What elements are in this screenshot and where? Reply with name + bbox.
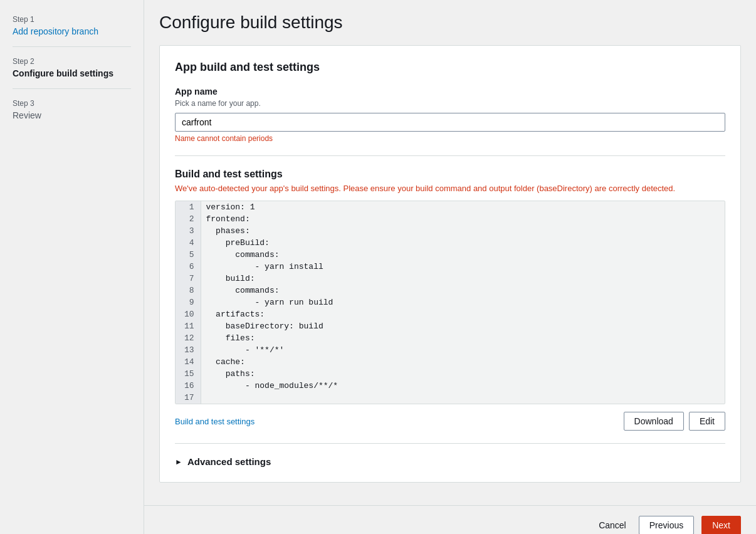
code-line: 17 bbox=[176, 392, 725, 404]
code-line: 13 - '**/*' bbox=[176, 344, 725, 356]
card-section-title: App build and test settings bbox=[175, 61, 725, 74]
previous-button[interactable]: Previous bbox=[639, 516, 694, 534]
code-line: 12 files: bbox=[176, 332, 725, 344]
main-content: Configure build settings App build and t… bbox=[144, 0, 756, 505]
build-settings-section: Build and test settings We've auto-detec… bbox=[175, 169, 725, 431]
sidebar-step-3: Step 3 Review bbox=[13, 99, 131, 130]
build-settings-link[interactable]: Build and test settings bbox=[175, 417, 255, 426]
code-line: 15 paths: bbox=[176, 368, 725, 380]
triangle-icon: ► bbox=[175, 458, 182, 466]
advanced-settings-label: Advanced settings bbox=[187, 456, 271, 467]
app-name-input[interactable] bbox=[175, 113, 725, 132]
code-line: 11 baseDirectory: build bbox=[176, 320, 725, 332]
app-name-error: Name cannot contain periods bbox=[175, 134, 725, 143]
app-name-label: App name bbox=[175, 86, 725, 97]
code-line: 5 commands: bbox=[176, 249, 725, 261]
sidebar-step-2: Step 2 Configure build settings bbox=[13, 57, 131, 89]
app-name-hint: Pick a name for your app. bbox=[175, 99, 725, 108]
advanced-settings-toggle[interactable]: ► Advanced settings bbox=[175, 456, 725, 467]
code-line: 10 artifacts: bbox=[176, 308, 725, 320]
code-line: 7 build: bbox=[176, 273, 725, 285]
step2-label: Step 2 bbox=[13, 57, 131, 66]
sidebar: Step 1 Add repository branch Step 2 Conf… bbox=[0, 0, 144, 534]
main-card: App build and test settings App name Pic… bbox=[159, 45, 741, 483]
section-divider bbox=[175, 155, 725, 156]
edit-button[interactable]: Edit bbox=[689, 412, 725, 431]
code-footer: Build and test settings Download Edit bbox=[175, 412, 725, 431]
bottom-bar: Cancel Previous Next bbox=[144, 505, 756, 534]
code-line: 2frontend: bbox=[176, 213, 725, 225]
code-line: 16 - node_modules/**/* bbox=[176, 380, 725, 392]
code-line: 4 preBuild: bbox=[176, 237, 725, 249]
step1-label: Step 1 bbox=[13, 15, 131, 24]
next-button[interactable]: Next bbox=[701, 516, 741, 534]
code-line: 9 - yarn run build bbox=[176, 296, 725, 308]
cancel-button[interactable]: Cancel bbox=[594, 516, 631, 534]
download-button[interactable]: Download bbox=[624, 412, 684, 431]
step3-title: Review bbox=[13, 110, 131, 120]
advanced-divider bbox=[175, 443, 725, 444]
page-title: Configure build settings bbox=[159, 13, 741, 33]
step1-title[interactable]: Add repository branch bbox=[13, 26, 131, 36]
step2-title: Configure build settings bbox=[13, 68, 131, 78]
build-settings-hint: We've auto-detected your app's build set… bbox=[175, 184, 725, 193]
code-table: 1version: 12frontend:3 phases:4 preBuild… bbox=[176, 201, 725, 404]
sidebar-step-1: Step 1 Add repository branch bbox=[13, 15, 131, 47]
step3-label: Step 3 bbox=[13, 99, 131, 108]
code-line: 3 phases: bbox=[176, 225, 725, 237]
app-name-field: App name Pick a name for your app. Name … bbox=[175, 86, 725, 143]
code-line: 6 - yarn install bbox=[176, 261, 725, 273]
code-line: 14 cache: bbox=[176, 356, 725, 368]
code-line: 1version: 1 bbox=[176, 201, 725, 213]
build-settings-title: Build and test settings bbox=[175, 169, 725, 180]
code-line: 8 commands: bbox=[176, 285, 725, 296]
code-editor: 1version: 12frontend:3 phases:4 preBuild… bbox=[175, 201, 725, 404]
code-footer-buttons: Download Edit bbox=[624, 412, 725, 431]
